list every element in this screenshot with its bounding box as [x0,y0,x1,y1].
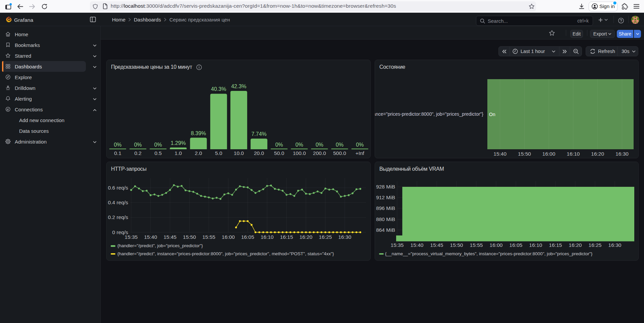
svg-text:16:25: 16:25 [589,242,602,248]
svg-text:20.0: 20.0 [254,150,264,156]
svg-text:896 MiB: 896 MiB [376,205,395,211]
svg-text:16:00: 16:00 [490,242,503,248]
svg-text:1.0: 1.0 [175,150,182,156]
svg-text:16:10: 16:10 [567,151,580,157]
svg-text:0%: 0% [275,142,283,148]
svg-text:0%: 0% [336,142,343,148]
svg-text:40.3%: 40.3% [211,86,226,92]
svg-text:16:05: 16:05 [509,242,523,248]
svg-text:50.0: 50.0 [274,150,284,156]
svg-text:15:35: 15:35 [391,242,404,248]
svg-text:928 MiB: 928 MiB [376,184,395,190]
svg-text:0%: 0% [154,142,162,148]
svg-text:880 MiB: 880 MiB [376,216,395,222]
svg-text:0.1: 0.1 [114,150,121,156]
svg-text:16:30: 16:30 [338,234,352,240]
svg-text:8.39%: 8.39% [191,130,206,136]
svg-text:0.2 req/s: 0.2 req/s [108,214,128,220]
svg-text:16:30: 16:30 [608,242,622,248]
svg-text:1.29%: 1.29% [171,140,186,146]
svg-text:0.6 req/s: 0.6 req/s [108,185,128,191]
svg-text:0%: 0% [134,142,142,148]
svg-text:0.5: 0.5 [155,150,162,156]
svg-text:2.0: 2.0 [195,150,202,156]
svg-text:0.4 req/s: 0.4 req/s [108,200,128,205]
svg-text:16:05: 16:05 [241,234,254,240]
svg-text:864 MiB: 864 MiB [376,227,395,233]
svg-text:0%: 0% [316,142,323,148]
svg-text:16:20: 16:20 [300,234,313,240]
svg-text:+Inf: +Inf [356,150,365,156]
svg-text:16:15: 16:15 [549,242,562,248]
svg-text:16:00: 16:00 [222,234,235,240]
svg-text:16:30: 16:30 [615,151,629,157]
svg-text:15:40: 15:40 [411,242,424,248]
svg-text:500.0: 500.0 [333,150,346,156]
svg-text:16:10: 16:10 [261,234,274,240]
svg-text:100.0: 100.0 [293,150,306,156]
svg-text:0.2: 0.2 [134,150,142,156]
svg-text:42.3%: 42.3% [231,84,246,89]
svg-text:16:20: 16:20 [569,242,582,248]
svg-text:0%: 0% [296,142,303,148]
svg-text:15:40: 15:40 [493,151,506,157]
svg-text:15:45: 15:45 [430,242,443,248]
svg-text:7.74%: 7.74% [251,131,266,137]
svg-text:15:50: 15:50 [518,151,531,157]
svg-text:0%: 0% [114,142,121,148]
svg-text:15:55: 15:55 [202,234,215,240]
svg-text:15:50: 15:50 [450,242,463,248]
svg-text:16:20: 16:20 [591,151,604,157]
svg-text:16:25: 16:25 [319,234,332,240]
svg-text:0%: 0% [356,142,364,148]
svg-text:15:55: 15:55 [470,242,483,248]
svg-text:16:15: 16:15 [280,234,293,240]
svg-text:10.0: 10.0 [234,150,244,156]
svg-text:16:00: 16:00 [542,151,555,157]
svg-text:15:50: 15:50 [183,234,196,240]
svg-text:16:10: 16:10 [529,242,542,248]
svg-text:200.0: 200.0 [313,150,326,156]
svg-text:15:40: 15:40 [144,234,157,240]
svg-text:5.0: 5.0 [215,150,222,156]
svg-text:15:45: 15:45 [163,234,176,240]
svg-text:15:35: 15:35 [125,234,138,240]
svg-text:912 MiB: 912 MiB [376,195,395,200]
